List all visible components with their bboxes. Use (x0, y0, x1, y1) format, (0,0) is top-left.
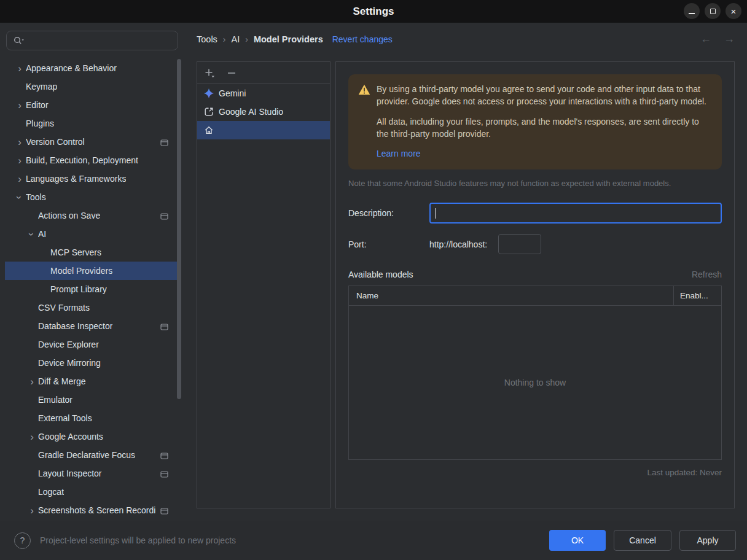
localhost-prefix: http://localhost: (429, 239, 487, 249)
sidebar-item-model-providers[interactable]: Model Providers (5, 262, 181, 280)
sidebar-item-label: Build, Execution, Deployment (26, 155, 138, 165)
chevron-right-icon: › (245, 34, 248, 44)
sidebar-item-layout-inspector[interactable]: Layout Inspector (5, 464, 181, 483)
sidebar-item-ai[interactable]: AI (5, 225, 181, 243)
google-ai-studio-icon (203, 107, 214, 117)
question-mark-icon: ? (20, 535, 25, 545)
sidebar-item-gradle-declarative-focus[interactable]: Gradle Declarative Focus (5, 446, 181, 464)
provider-item-label: Google AI Studio (219, 107, 283, 117)
sidebar-item-appearance-behavior[interactable]: Appearance & Behavior (5, 59, 181, 77)
sidebar-item-emulator[interactable]: Emulator (5, 391, 181, 409)
sidebar-item-label: Google Accounts (38, 432, 103, 441)
project-window-icon (160, 507, 168, 516)
sidebar-item-label: Version Control (26, 137, 85, 147)
maximize-button[interactable] (705, 3, 721, 19)
sidebar-item-actions-on-save[interactable]: Actions on Save (5, 206, 181, 225)
sidebar-item-build-execution-deployment[interactable]: Build, Execution, Deployment (5, 151, 181, 169)
minimize-button[interactable] (684, 3, 700, 19)
close-button[interactable]: × (725, 3, 741, 19)
chevron-icon (14, 137, 26, 147)
sidebar-item-keymap[interactable]: Keymap (5, 77, 181, 96)
sidebar-item-editor[interactable]: Editor (5, 96, 181, 114)
remove-provider-button[interactable] (227, 69, 236, 77)
sidebar-item-logcat[interactable]: Logcat (5, 483, 181, 501)
external-models-note: Note that some Android Studio features m… (348, 179, 722, 188)
back-arrow-icon[interactable]: ← (700, 33, 711, 45)
search-icon[interactable] (13, 36, 25, 45)
sidebar-item-device-mirroring[interactable]: Device Mirroring (5, 354, 181, 372)
column-header-name[interactable]: Name (349, 286, 673, 305)
ok-button[interactable]: OK (549, 530, 606, 551)
refresh-link[interactable]: Refresh (692, 270, 722, 279)
sidebar-item-label: MCP Servers (50, 247, 101, 257)
sidebar-item-label: Emulator (38, 395, 72, 405)
revert-changes-link[interactable]: Revert changes (332, 34, 393, 44)
sidebar-item-external-tools[interactable]: External Tools (5, 409, 181, 427)
sidebar-item-diff-merge[interactable]: Diff & Merge (5, 372, 181, 391)
description-input[interactable] (429, 203, 722, 224)
chevron-icon (26, 376, 38, 387)
warning-text-1: By using a third-party model you agree t… (377, 84, 708, 108)
sidebar-item-version-control[interactable]: Version Control (5, 133, 181, 151)
sidebar-item-label: Actions on Save (38, 211, 100, 220)
sidebar-item-label: Model Providers (50, 266, 112, 276)
sidebar-item-screenshots-screen-recordi[interactable]: Screenshots & Screen Recordi (5, 501, 181, 519)
window-controls: × (684, 3, 741, 19)
sidebar-item-languages-frameworks[interactable]: Languages & Frameworks (5, 169, 181, 188)
project-window-icon (160, 451, 168, 461)
provider-item-gemini[interactable]: Gemini (197, 84, 330, 103)
text-caret (435, 208, 436, 219)
sidebar-item-mcp-servers[interactable]: MCP Servers (5, 243, 181, 262)
project-window-icon (160, 470, 168, 480)
settings-tree: Appearance & Behavior Keymap Editor Plug… (5, 59, 181, 519)
settings-sidebar: Appearance & Behavior Keymap Editor Plug… (5, 29, 181, 519)
home-icon (203, 125, 214, 136)
description-row: Description: (348, 203, 722, 224)
sidebar-item-csv-formats[interactable]: CSV Formats (5, 298, 181, 317)
breadcrumb-model-providers[interactable]: Model Providers (254, 34, 323, 44)
cancel-button[interactable]: Cancel (614, 530, 671, 551)
project-window-icon (160, 322, 168, 332)
chevron-right-icon: › (223, 34, 226, 44)
last-updated-label: Last updated: Never (348, 468, 722, 477)
close-icon: × (731, 7, 737, 16)
breadcrumb-ai[interactable]: AI (232, 34, 240, 44)
chevron-icon (14, 63, 26, 74)
provider-item-new[interactable] (197, 121, 330, 139)
sidebar-item-label: Editor (26, 100, 49, 110)
models-table-empty-state: Nothing to show (349, 306, 721, 459)
breadcrumb-tools[interactable]: Tools (197, 34, 217, 44)
sidebar-item-plugins[interactable]: Plugins (5, 114, 181, 133)
sidebar-item-label: Appearance & Behavior (26, 63, 117, 73)
search-input[interactable] (6, 31, 178, 50)
sidebar-item-label: Languages & Frameworks (26, 174, 126, 184)
chevron-icon (14, 155, 26, 166)
models-table-header: Name Enabl... (349, 286, 721, 306)
sidebar-item-device-explorer[interactable]: Device Explorer (5, 335, 181, 354)
sidebar-item-database-inspector[interactable]: Database Inspector (5, 317, 181, 335)
chevron-icon (26, 432, 38, 442)
providers-toolbar (197, 62, 330, 84)
chevron-icon (26, 229, 38, 239)
warning-icon (358, 84, 370, 99)
sidebar-item-prompt-library[interactable]: Prompt Library (5, 280, 181, 298)
provider-item-google-ai-studio[interactable]: Google AI Studio (197, 103, 330, 121)
sidebar-item-google-accounts[interactable]: Google Accounts (5, 427, 181, 446)
footer-note: Project-level settings will be applied t… (40, 535, 549, 545)
apply-button[interactable]: Apply (679, 530, 736, 551)
port-input[interactable] (498, 234, 541, 254)
learn-more-link[interactable]: Learn more (377, 148, 421, 160)
sidebar-item-tools[interactable]: Tools (5, 188, 181, 206)
add-provider-button[interactable] (205, 68, 215, 78)
sidebar-item-label: CSV Formats (38, 303, 90, 313)
sidebar-item-label: Tools (26, 192, 46, 202)
column-header-enabled[interactable]: Enabl... (673, 286, 721, 305)
project-window-icon (160, 212, 168, 222)
sidebar-scrollbar[interactable] (177, 59, 181, 399)
help-button[interactable]: ? (14, 532, 31, 549)
port-label: Port: (348, 239, 429, 249)
forward-arrow-icon[interactable]: → (724, 33, 735, 45)
history-nav: ← → (700, 33, 735, 45)
titlebar: Settings × (0, 0, 747, 23)
sidebar-item-label: Logcat (38, 487, 64, 497)
